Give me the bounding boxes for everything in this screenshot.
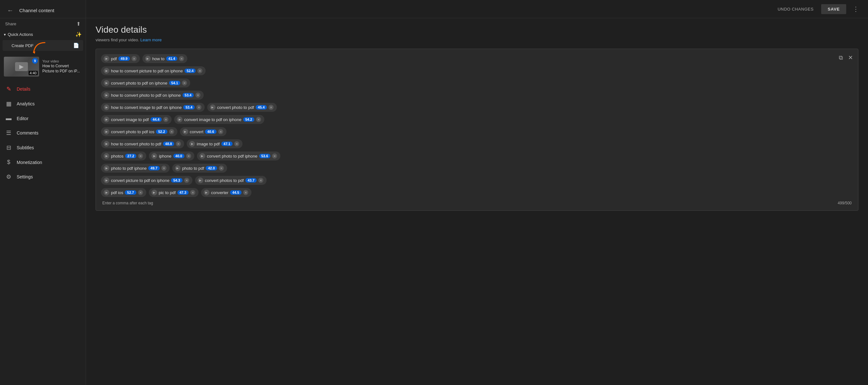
tag-remove-button[interactable]: ✕ (243, 190, 248, 195)
tag-remove-button[interactable]: ✕ (256, 117, 261, 122)
tag-score: 54.3 (171, 178, 182, 182)
subtitle-text: viewers find your video. Learn more (96, 37, 858, 42)
tag-remove-button[interactable]: ✕ (163, 117, 168, 122)
tag-remove-button[interactable]: ✕ (182, 80, 187, 85)
learn-more-link[interactable]: Learn more (140, 37, 161, 42)
tag-remove-button[interactable]: ✕ (234, 141, 239, 146)
tag-row: ▶pdf49.9✕▶how to41.4✕ (101, 54, 853, 63)
sidebar-item-subtitles[interactable]: ⊟Subtitles (0, 140, 86, 155)
tag-remove-button[interactable]: ✕ (169, 129, 174, 134)
tag-text: convert photo to pdf ios (111, 130, 154, 134)
sidebar-item-details[interactable]: ✎Details (0, 82, 86, 96)
sidebar-header: ← Channel content (0, 0, 86, 18)
tags-count: 499/500 (838, 201, 851, 205)
tag-score: 40.6 (205, 130, 216, 134)
comments-icon: ☰ (5, 130, 12, 136)
tag-chip: ▶pic to pdf47.3✕ (149, 188, 198, 197)
magic-icon[interactable]: ✨ (75, 31, 82, 37)
share-icon[interactable]: ⬆ (76, 21, 81, 27)
tag-chip: ▶how to convert image to pdf on iphone53… (101, 103, 205, 112)
tag-chip: ▶photos27.2✕ (101, 151, 146, 161)
tag-score: 53.6 (259, 154, 271, 158)
tag-play-icon: ▶ (151, 153, 157, 159)
tag-play-icon: ▶ (103, 141, 110, 147)
quick-actions-label: Quick Actions (8, 32, 33, 37)
tag-chip: ▶convert photo to pdf on iphone54.1✕ (101, 78, 190, 88)
tag-score: 49.7 (148, 166, 159, 170)
tag-text: how to (152, 57, 164, 61)
tag-row: ▶photo to pdf iphone49.7✕▶photo to pdf42… (101, 164, 853, 173)
tag-remove-button[interactable]: ✕ (184, 178, 189, 183)
tag-remove-button[interactable]: ✕ (269, 105, 274, 110)
tag-row: ▶how to convert photo to pdf on iphone53… (101, 91, 853, 100)
tag-play-icon: ▶ (189, 141, 195, 147)
video-label: Your video (42, 59, 82, 63)
tag-score: 49.9 (118, 57, 130, 61)
tag-text: how to convert image to pdf on iphone (111, 105, 182, 110)
tag-remove-button[interactable]: ✕ (161, 166, 166, 171)
sidebar: ← Channel content Share ⬆ ▾ Quick Action… (0, 0, 86, 385)
sidebar-item-comments[interactable]: ☰Comments (0, 126, 86, 140)
sidebar-item-settings[interactable]: ⚙Settings (0, 169, 86, 184)
tag-remove-button[interactable]: ✕ (197, 68, 203, 73)
tag-remove-button[interactable]: ✕ (190, 190, 195, 195)
main-content: UNDO CHANGES SAVE ⋮ Video details viewer… (86, 0, 868, 385)
tag-remove-button[interactable]: ✕ (176, 141, 181, 146)
back-button[interactable]: ← (5, 5, 16, 15)
subtitles-icon: ⊟ (5, 144, 12, 151)
tag-play-icon: ▶ (103, 80, 110, 86)
tag-remove-button[interactable]: ✕ (186, 153, 191, 159)
tag-chip: ▶pdf ios52.7✕ (101, 188, 146, 197)
tag-text: convert photos to pdf (205, 178, 244, 183)
tag-play-icon: ▶ (197, 177, 204, 183)
tag-text: photo to pdf (182, 166, 204, 171)
tag-text: pic to pdf (159, 190, 176, 195)
sidebar-item-monetization[interactable]: $Monetization (0, 155, 86, 169)
tag-row: ▶photos27.2✕▶iphone40.0✕▶convert photo t… (101, 151, 853, 161)
tag-remove-button[interactable]: ✕ (138, 190, 143, 195)
tag-chip: ▶convert photos to pdf43.7✕ (195, 176, 267, 185)
tag-score: 52.4 (184, 69, 196, 73)
page-title: Video details (96, 25, 858, 35)
tags-rows: ▶pdf49.9✕▶how to41.4✕▶how to convert pic… (101, 54, 853, 197)
tag-chip: ▶convert40.6✕ (180, 127, 226, 136)
tags-hint: Enter a comma after each tag (102, 201, 153, 205)
tag-remove-button[interactable]: ✕ (131, 56, 137, 61)
tag-score: 42.0 (206, 166, 217, 170)
copy-tags-button[interactable]: ⧉ (838, 53, 844, 63)
page-content: Video details viewers find your video. L… (86, 18, 868, 385)
tag-remove-button[interactable]: ✕ (195, 93, 200, 98)
close-tags-button[interactable]: ✕ (847, 53, 854, 63)
save-button[interactable]: SAVE (821, 4, 846, 14)
tag-remove-button[interactable]: ✕ (258, 178, 264, 183)
video-duration: 4:40 (29, 71, 38, 75)
tag-remove-button[interactable]: ✕ (179, 56, 184, 61)
tag-remove-button[interactable]: ✕ (218, 129, 223, 134)
tag-score: 27.2 (125, 154, 136, 158)
tag-remove-button[interactable]: ✕ (219, 166, 224, 171)
tag-score: 40.0 (173, 154, 184, 158)
sidebar-item-editor[interactable]: ▬Editor (0, 111, 86, 126)
tag-chip: ▶photo to pdf42.0✕ (172, 164, 227, 173)
sidebar-item-analytics[interactable]: ▦Analytics (0, 96, 86, 111)
tag-play-icon: ▶ (103, 165, 110, 171)
tag-score: 47.3 (177, 190, 189, 195)
video-thumbnail[interactable]: ▶ 9 4:40 (4, 57, 39, 76)
undo-button[interactable]: UNDO CHANGES (774, 4, 817, 14)
tag-score: 52.2 (156, 130, 167, 134)
tag-chip: ▶pdf49.9✕ (101, 54, 140, 63)
tag-remove-button[interactable]: ✕ (272, 153, 277, 159)
sidebar-item-label-editor: Editor (17, 116, 29, 121)
tag-remove-button[interactable]: ✕ (138, 153, 143, 159)
tag-play-icon: ▶ (103, 177, 110, 183)
tag-play-icon: ▶ (145, 56, 151, 62)
tag-remove-button[interactable]: ✕ (196, 105, 202, 110)
monetization-icon: $ (5, 159, 12, 166)
sidebar-item-label-settings: Settings (17, 174, 33, 179)
details-icon: ✎ (5, 85, 12, 93)
tags-container: ⧉ ✕ ▶pdf49.9✕▶how to41.4✕▶how to convert… (96, 49, 858, 211)
quick-actions-header[interactable]: ▾ Quick Actions ✨ (0, 30, 86, 39)
tag-score: 54.2 (243, 117, 254, 122)
create-pdf-label: Create PDF (11, 43, 34, 48)
more-options-button[interactable]: ⋮ (850, 4, 862, 14)
